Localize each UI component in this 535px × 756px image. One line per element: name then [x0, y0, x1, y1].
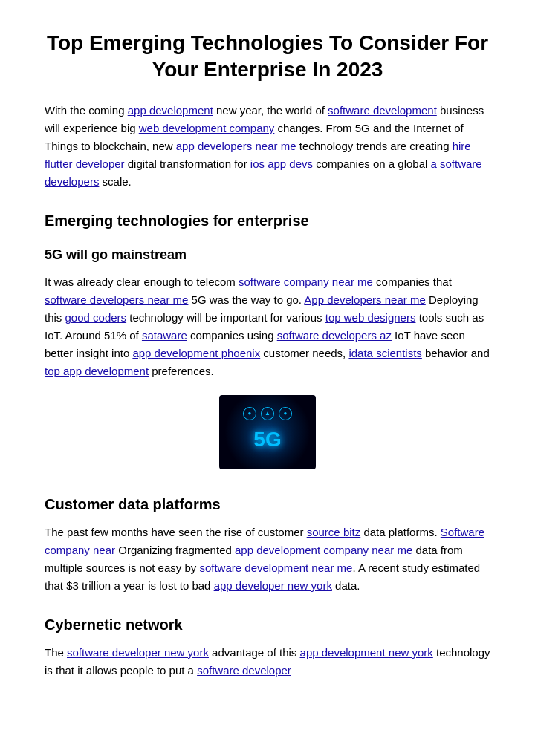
section1-heading: Emerging technologies for enterprise	[45, 209, 490, 232]
5g-text-7: companies using	[187, 329, 277, 342]
5g-text-5: technology will be important for various	[126, 311, 325, 324]
5g-icon-3: ●	[279, 407, 292, 420]
section2-heading: Customer data platforms	[45, 492, 490, 516]
5g-text-9: customer needs,	[260, 347, 348, 359]
link-sataware[interactable]: sataware	[142, 329, 187, 342]
link-top-app-development[interactable]: top app development	[45, 365, 149, 377]
5g-image-container: ● ▲ ● 5G	[45, 395, 490, 475]
5g-icon-1: ●	[243, 407, 256, 420]
5g-text-3: 5G was the way to go.	[188, 293, 304, 306]
intro-text-7: companies on a global	[313, 157, 430, 170]
5g-text-2: companies that	[373, 276, 452, 288]
page-title: Top Emerging Technologies To Consider Fo…	[45, 30, 490, 84]
section3-paragraph: The software developer new york advantag…	[45, 644, 490, 680]
link-app-developer-new-york[interactable]: app developer new york	[214, 579, 332, 592]
intro-link-ios-app-devs[interactable]: ios app devs	[250, 157, 313, 170]
intro-text-2: new year, the world of	[213, 104, 328, 117]
5g-text-10: behavior and	[422, 347, 490, 359]
link-software-dev-near-me[interactable]: software development near me	[199, 561, 352, 574]
5g-paragraph: It was already clear enough to telecom s…	[45, 273, 490, 380]
5g-image: ● ▲ ● 5G	[219, 395, 316, 469]
5g-label: 5G	[253, 423, 281, 457]
link-source-bitz[interactable]: source bitz	[307, 526, 361, 538]
link-app-developers-near-me[interactable]: App developers near me	[304, 293, 425, 306]
section3-heading: Cybernetic network	[45, 613, 490, 636]
intro-text-5: technology trends are creating	[296, 140, 453, 152]
s3-text-1: The	[45, 646, 67, 659]
subsection1-heading: 5G will go mainstream	[45, 244, 490, 266]
link-idata-scientists[interactable]: idata scientists	[348, 347, 421, 359]
intro-link-app-development[interactable]: app development	[128, 104, 213, 117]
5g-icon-row: ● ▲ ●	[243, 407, 292, 420]
link-software-developer[interactable]: software developer	[197, 664, 291, 677]
intro-text-1: With the coming	[45, 104, 128, 117]
intro-link-app-dev-near-me[interactable]: app developers near me	[176, 140, 296, 152]
link-top-web-designers[interactable]: top web designers	[325, 311, 416, 324]
link-software-company-near-me[interactable]: software company near me	[239, 276, 373, 288]
link-software-developers-az[interactable]: software developers az	[277, 329, 392, 342]
link-software-developer-new-york[interactable]: software developer new york	[67, 646, 209, 659]
section2-paragraph: The past few months have seen the rise o…	[45, 524, 490, 595]
s2-text-6: data.	[332, 579, 360, 592]
link-app-development-phoenix[interactable]: app development phoenix	[132, 347, 260, 359]
5g-text-1: It was already clear enough to telecom	[45, 276, 239, 288]
s2-text-1: The past few months have seen the rise o…	[45, 526, 307, 538]
intro-link-software-development[interactable]: software development	[328, 104, 437, 117]
link-good-coders[interactable]: good coders	[65, 311, 127, 324]
intro-text-8: scale.	[99, 175, 131, 188]
s3-text-2: advantage of this	[209, 646, 300, 659]
link-app-dev-company-near-me[interactable]: app development company near me	[235, 544, 412, 556]
s2-text-2: data platforms.	[360, 526, 441, 538]
intro-text-6: digital transformation for	[125, 157, 250, 170]
intro-paragraph: With the coming app development new year…	[45, 102, 490, 191]
link-app-development-new-york[interactable]: app development new york	[300, 646, 433, 659]
5g-image-graphic: ● ▲ ● 5G	[219, 395, 316, 469]
s2-text-3: Organizing fragmented	[115, 544, 235, 556]
link-software-developers-near-me[interactable]: software developers near me	[45, 293, 188, 306]
5g-icon-2: ▲	[261, 407, 274, 420]
intro-link-web-dev-company[interactable]: web development company	[139, 122, 275, 134]
5g-text-11: preferences.	[149, 365, 214, 377]
